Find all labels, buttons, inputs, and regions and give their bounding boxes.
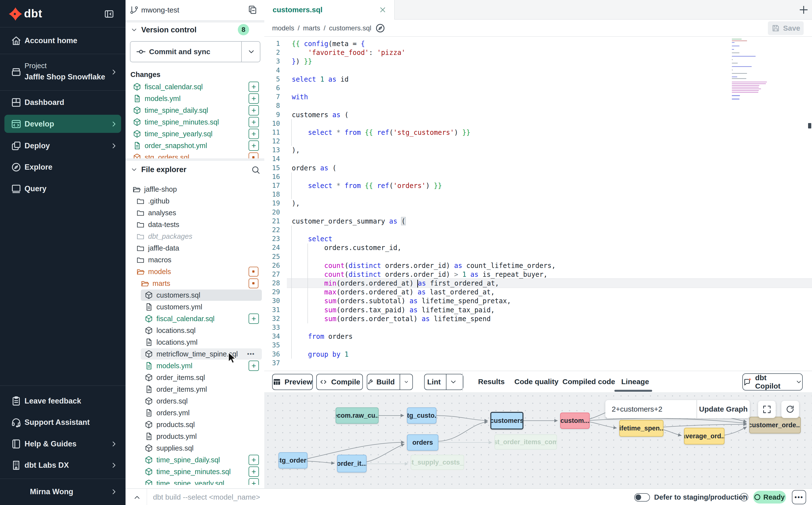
sidebar-item-help-guides[interactable]: Help & Guides: [0, 433, 126, 455]
tree-row[interactable]: order_items.yml + •••: [126, 383, 264, 395]
tree-row[interactable]: time_spine_daily.sql + •••: [126, 454, 264, 466]
chevron-down-icon[interactable]: [795, 378, 802, 386]
tab-results[interactable]: Results: [478, 371, 505, 392]
lineage-node[interactable]: test_supply_costs_s...: [411, 455, 464, 470]
branch-name[interactable]: mwong-test: [141, 6, 179, 14]
tree-row[interactable]: orders.yml + •••: [126, 407, 264, 419]
stage-plus-button[interactable]: +: [249, 105, 259, 116]
sidebar-item-query[interactable]: Query: [0, 178, 126, 199]
sidebar-item-explore[interactable]: Explore: [0, 156, 126, 178]
lineage-node[interactable]: customer_orde...: [749, 417, 801, 434]
sidebar-user[interactable]: Mirna Wong: [0, 482, 126, 502]
sidebar-item-leave-feedback[interactable]: Leave feedback: [0, 390, 126, 412]
tree-row[interactable]: marts + •••: [126, 278, 264, 289]
crumb-models[interactable]: models: [272, 24, 294, 32]
collapse-sidebar-icon[interactable]: [104, 9, 114, 19]
refresh-button[interactable]: [781, 401, 799, 418]
chevron-up-icon[interactable]: [133, 493, 141, 502]
sidebar-item-deploy[interactable]: Deploy: [0, 135, 126, 157]
change-row[interactable]: order_snapshot.yml + •••: [126, 140, 264, 152]
tree-row[interactable]: models.yml + •••: [126, 360, 264, 372]
version-control-header[interactable]: Version control: [130, 24, 197, 36]
help-icon[interactable]: ?: [740, 493, 748, 501]
lineage-search-box[interactable]: 2+customers+2 Update Graph: [605, 400, 750, 418]
tree-row[interactable]: models + •••: [126, 266, 264, 278]
tree-row[interactable]: data-tests + •••: [126, 219, 264, 230]
commit-and-sync-button[interactable]: Commit and sync: [130, 41, 261, 62]
tab-lineage[interactable]: Lineage: [621, 371, 649, 392]
stage-plus-button[interactable]: +: [249, 129, 259, 139]
stage-plus-button[interactable]: +: [249, 117, 259, 127]
change-row[interactable]: fiscal_calendar.sql + •••: [126, 81, 264, 93]
crumb-marts[interactable]: marts: [303, 24, 320, 32]
row-menu-icon[interactable]: •••: [247, 351, 255, 357]
tree-row[interactable]: order_items.sql + •••: [126, 372, 264, 383]
sidebar-item-project[interactable]: Project Jaffle Shop Snowflake: [0, 54, 126, 90]
tree-row[interactable]: locations.sql + •••: [126, 325, 264, 336]
sidebar-item-develop[interactable]: Develop: [0, 113, 126, 135]
change-row[interactable]: time_spine_minutes.sql + •••: [126, 116, 264, 128]
stage-plus-button[interactable]: +: [249, 314, 259, 324]
close-icon[interactable]: [378, 6, 387, 14]
code-editor[interactable]: 1234567891011121314151617181920212223242…: [264, 37, 812, 371]
tree-row[interactable]: fiscal_calendar.sql + •••: [126, 313, 264, 325]
lineage-panel[interactable]: ecom.raw_cu...stg_custo...count_lifetim.…: [264, 392, 812, 488]
tree-row[interactable]: products.yml + •••: [126, 431, 264, 442]
tree-row[interactable]: metricflow_time_spine.sql + •••: [126, 348, 264, 360]
tree-row[interactable]: time_spine_minutes.sql + •••: [126, 466, 264, 478]
command-input[interactable]: dbt build --select <model_name>: [153, 489, 260, 505]
stage-plus-button[interactable]: +: [249, 81, 259, 92]
tab-compiled-code[interactable]: Compiled code: [562, 371, 615, 392]
tree-row[interactable]: macros + •••: [126, 254, 264, 266]
lineage-node[interactable]: custom...: [560, 412, 590, 429]
change-row[interactable]: time_spine_daily.sql + •••: [126, 105, 264, 116]
tree-row[interactable]: supplies.sql + •••: [126, 442, 264, 454]
stage-plus-button[interactable]: +: [249, 94, 259, 104]
stage-plus-button[interactable]: +: [249, 455, 259, 465]
crumb-file[interactable]: customers.sql: [329, 24, 371, 32]
tree-row[interactable]: products.sql + •••: [126, 419, 264, 431]
chevron-down-icon[interactable]: [449, 378, 457, 386]
save-button[interactable]: Save: [768, 21, 804, 35]
stage-plus-button[interactable]: +: [249, 141, 259, 151]
lineage-node[interactable]: order_it...: [337, 455, 366, 472]
tab-code-quality[interactable]: Code quality: [514, 371, 558, 392]
chevron-down-icon[interactable]: [403, 378, 409, 386]
change-row[interactable]: stg_orders.sql + •••: [126, 152, 264, 158]
lineage-node[interactable]: lifetime_spen...: [619, 420, 663, 437]
tab-customers-sql[interactable]: customers.sql: [264, 0, 395, 20]
file-explorer-header[interactable]: File explorer: [130, 164, 186, 176]
lineage-node[interactable]: ecom.raw_cu...: [336, 407, 378, 424]
more-options-button[interactable]: •••: [792, 490, 806, 504]
lineage-node[interactable]: orders: [407, 435, 438, 451]
status-badge[interactable]: Ready: [753, 491, 786, 504]
minimap[interactable]: [732, 39, 784, 102]
search-icon[interactable]: [251, 165, 261, 175]
tree-row[interactable]: dbt_packages + •••: [126, 230, 264, 242]
lineage-selector-input[interactable]: 2+customers+2: [612, 405, 690, 413]
tree-row[interactable]: orders.sql + •••: [126, 395, 264, 407]
tree-row[interactable]: jaffle-shop + •••: [126, 183, 264, 195]
lineage-node[interactable]: stg_orders: [279, 452, 307, 469]
fullscreen-button[interactable]: [758, 401, 776, 418]
lineage-node[interactable]: stg_custo...: [407, 407, 437, 424]
stage-plus-button[interactable]: +: [249, 467, 259, 477]
preview-button[interactable]: Preview: [272, 374, 313, 390]
change-row[interactable]: models.yml + •••: [126, 93, 264, 105]
sidebar-item-account-home[interactable]: Account home: [0, 30, 126, 51]
stage-plus-button[interactable]: +: [249, 361, 259, 371]
scrollbar-indicator[interactable]: [808, 123, 811, 129]
lineage-node[interactable]: test_order_items_com...: [494, 435, 557, 450]
lint-button[interactable]: Lint: [424, 374, 463, 390]
tree-row[interactable]: analyses + •••: [126, 207, 264, 219]
tree-row[interactable]: customers.yml + •••: [126, 301, 264, 313]
dbt-copilot-button[interactable]: dbt Copilot: [743, 373, 803, 390]
sidebar-item-dashboard[interactable]: Dashboard: [0, 92, 126, 113]
tree-row[interactable]: .github + •••: [126, 195, 264, 207]
build-button[interactable]: Build: [367, 374, 413, 390]
sidebar-item-dbt-labs-dx[interactable]: dbt Labs DX: [0, 455, 126, 476]
chevron-down-icon[interactable]: [247, 47, 256, 56]
sidebar-item-support-assistant[interactable]: Support Assistant: [0, 411, 126, 433]
stage-plus-button[interactable]: +: [249, 478, 259, 485]
tree-row[interactable]: jaffle-data + •••: [126, 242, 264, 254]
